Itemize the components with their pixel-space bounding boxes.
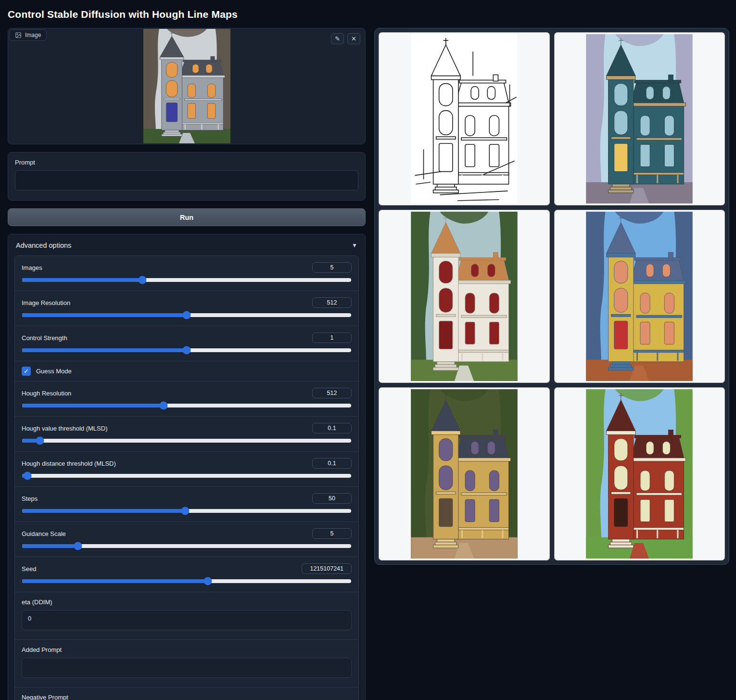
slider-label: Hough Resolution <box>22 390 71 397</box>
advanced-options-panel: Advanced options ▼ Images 5 Image Resolu… <box>8 234 366 700</box>
prompt-label: Prompt <box>15 159 358 166</box>
image-input-dropzone[interactable]: Image ✎ ✕ <box>8 28 366 144</box>
slider-label: Hough distance threshold (MLSD) <box>22 460 116 467</box>
advanced-options-title: Advanced options <box>16 242 71 249</box>
gold-victorian-painting-image <box>410 389 518 559</box>
run-button[interactable]: Run <box>8 208 366 226</box>
slider-track-hough-distance-threshold-mlsd[interactable] <box>22 474 351 478</box>
slider-value-input-hough-distance-threshold-mlsd[interactable]: 0.1 <box>312 458 352 469</box>
checkbox-row-guess-mode[interactable]: ✓ Guess Mode <box>15 361 358 381</box>
textbox-row-negative-prompt: Negative Prompt <box>15 687 358 700</box>
gallery-item-white-victorian-painting[interactable] <box>379 210 550 383</box>
gallery-item-yellow-blue-victorian-painting[interactable] <box>554 210 725 383</box>
slider-value-input-control-strength[interactable]: 1 <box>312 332 352 343</box>
yellow-blue-victorian-painting-image <box>585 212 693 381</box>
slider-track-steps[interactable] <box>22 509 351 513</box>
gallery-item-hough-line-map[interactable] <box>379 32 550 205</box>
slider-row-hough-resolution: Hough Resolution 512 <box>15 381 358 416</box>
textbox-label: Negative Prompt <box>22 694 352 700</box>
slider-value-input-hough-value-threshold-mlsd[interactable]: 0.1 <box>312 423 352 433</box>
slider-value-input-hough-resolution[interactable]: 512 <box>312 388 352 398</box>
slider-row-control-strength: Control Strength 1 <box>15 326 358 361</box>
slider-handle[interactable] <box>160 402 168 410</box>
gallery-item-gold-victorian-painting[interactable] <box>379 387 550 560</box>
page-title: Control Stable Diffusion with Hough Line… <box>8 9 728 20</box>
textbox-input-added-prompt[interactable] <box>22 658 352 678</box>
image-input-label-text: Image <box>25 32 41 38</box>
edit-image-button[interactable]: ✎ <box>331 33 344 44</box>
result-gallery <box>374 28 729 565</box>
checkbox-guess-mode[interactable]: ✓ <box>22 367 31 376</box>
chevron-down-icon: ▼ <box>352 242 357 249</box>
slider-track-images[interactable] <box>22 278 351 282</box>
slider-track-hough-resolution[interactable] <box>22 404 351 407</box>
slider-handle[interactable] <box>181 507 189 515</box>
textbox-label: eta (DDIM) <box>22 598 352 606</box>
slider-handle[interactable] <box>183 311 191 319</box>
app-root: Control Stable Diffusion with Hough Line… <box>0 0 736 700</box>
slider-value-input-steps[interactable]: 50 <box>312 493 352 504</box>
slider-handle[interactable] <box>36 437 44 445</box>
pencil-icon: ✎ <box>335 35 340 42</box>
white-victorian-painting-image <box>410 212 518 381</box>
red-brick-victorian-painting-image <box>585 389 693 559</box>
slider-track-hough-value-threshold-mlsd[interactable] <box>22 439 351 443</box>
gallery-item-red-brick-victorian-painting[interactable] <box>554 387 725 560</box>
slider-label: Hough value threshold (MLSD) <box>22 425 107 432</box>
textbox-row-eta-ddim: eta (DDIM) <box>15 592 358 639</box>
slider-handle[interactable] <box>204 577 212 585</box>
prompt-block: Prompt <box>8 152 366 201</box>
input-image-preview <box>143 29 230 143</box>
advanced-options-header[interactable]: Advanced options ▼ <box>14 241 359 255</box>
slider-label: Guidance Scale <box>22 530 66 537</box>
slider-row-seed: Seed 1215107241 <box>15 557 358 592</box>
slider-label: Images <box>22 264 42 271</box>
slider-row-hough-distance-threshold-mlsd: Hough distance threshold (MLSD) 0.1 <box>15 451 358 486</box>
prompt-input[interactable] <box>15 170 358 191</box>
slider-value-input-seed[interactable]: 1215107241 <box>302 563 352 574</box>
slider-row-guidance-scale: Guidance Scale 5 <box>15 522 358 557</box>
slider-handle[interactable] <box>23 472 31 480</box>
slider-handle[interactable] <box>74 542 82 550</box>
slider-value-input-guidance-scale[interactable]: 5 <box>312 528 352 539</box>
clear-image-button[interactable]: ✕ <box>347 33 360 44</box>
slider-row-steps: Steps 50 <box>15 486 358 522</box>
slider-value-input-images[interactable]: 5 <box>312 262 352 273</box>
slider-row-image-resolution: Image Resolution 512 <box>15 291 358 326</box>
textbox-label: Added Prompt <box>22 646 352 653</box>
image-icon <box>15 32 22 38</box>
slider-handle[interactable] <box>138 276 146 284</box>
slider-row-hough-value-threshold-mlsd: Hough value threshold (MLSD) 0.1 <box>15 416 358 451</box>
slider-label: Steps <box>22 495 38 502</box>
hough-line-map-image <box>410 34 518 204</box>
slider-track-image-resolution[interactable] <box>22 313 351 317</box>
slider-handle[interactable] <box>183 346 191 355</box>
textbox-row-added-prompt: Added Prompt <box>15 639 358 687</box>
checkbox-label: Guess Mode <box>36 368 72 375</box>
textbox-input-eta-ddim[interactable] <box>22 610 352 630</box>
slider-label: Image Resolution <box>22 299 70 306</box>
close-icon: ✕ <box>351 35 356 42</box>
slider-track-control-strength[interactable] <box>22 348 351 352</box>
teal-victorian-painting-image <box>585 34 693 204</box>
slider-label: Seed <box>22 565 36 573</box>
slider-label: Control Strength <box>22 334 67 342</box>
image-input-label: Image <box>9 29 47 41</box>
slider-track-seed[interactable] <box>22 579 351 583</box>
slider-value-input-image-resolution[interactable]: 512 <box>312 297 352 308</box>
gallery-item-teal-victorian-painting[interactable] <box>554 32 725 205</box>
slider-row-images: Images 5 <box>15 256 358 291</box>
slider-track-guidance-scale[interactable] <box>22 544 351 548</box>
